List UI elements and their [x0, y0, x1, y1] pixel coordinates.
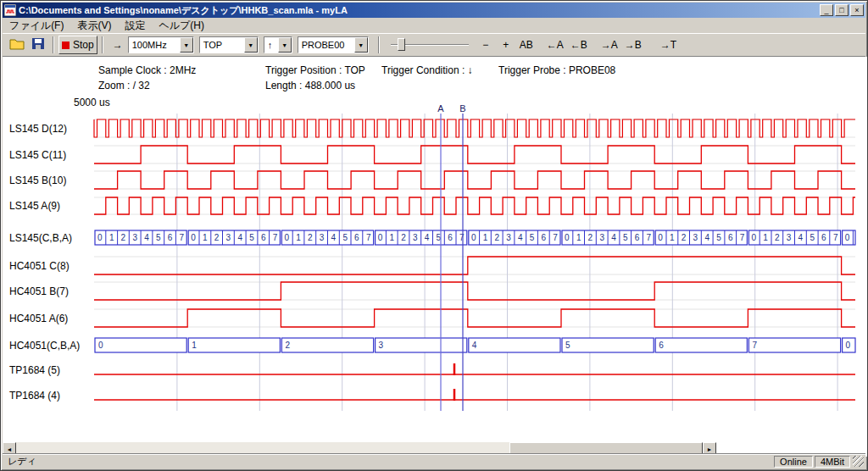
svg-text:1: 1: [576, 233, 581, 242]
svg-text:1: 1: [203, 233, 208, 242]
goto-marker-a-button[interactable]: ←A: [543, 36, 567, 54]
svg-text:0: 0: [285, 233, 290, 242]
window-title: C:\Documents and Settings\noname\デスクトップ\…: [19, 4, 820, 17]
svg-text:4: 4: [704, 233, 709, 242]
toolbar-separator: [102, 36, 103, 53]
zoom-slider-thumb[interactable]: [398, 38, 405, 51]
goto-marker-b-button[interactable]: ←B: [567, 36, 591, 54]
svg-text:2: 2: [285, 341, 290, 350]
svg-text:4: 4: [798, 233, 804, 242]
svg-text:2: 2: [588, 233, 593, 242]
svg-text:0: 0: [97, 233, 103, 242]
svg-text:6: 6: [354, 233, 359, 242]
svg-text:5: 5: [716, 233, 721, 242]
toolbar: Stop → 100MHz ▼ TOP ▼ ↑ ▼ PROBE00 ▼ − + …: [3, 33, 865, 57]
status-online-badge: Online: [774, 456, 813, 468]
svg-text:3: 3: [413, 233, 418, 242]
svg-text:B: B: [459, 103, 465, 114]
svg-text:6: 6: [821, 233, 826, 242]
menu-settings[interactable]: 設定: [118, 18, 152, 34]
svg-text:3: 3: [226, 233, 231, 242]
forward-marker-b-button[interactable]: →B: [621, 36, 645, 54]
zoom-out-button[interactable]: −: [476, 36, 496, 54]
zoom-in-button[interactable]: +: [496, 36, 516, 54]
length-info: Length : 488.000 us: [265, 80, 355, 91]
close-button[interactable]: ×: [850, 4, 864, 16]
svg-text:7: 7: [366, 233, 371, 242]
svg-text:1: 1: [390, 233, 395, 242]
minimize-button[interactable]: _: [820, 4, 833, 16]
menu-help[interactable]: ヘルプ(H): [152, 18, 211, 34]
trigger-position-info: Trigger Position : TOP: [265, 64, 365, 76]
svg-text:1: 1: [296, 233, 301, 242]
svg-text:4: 4: [518, 233, 523, 242]
chevron-down-icon[interactable]: ▼: [354, 37, 368, 53]
svg-text:0: 0: [471, 233, 476, 242]
svg-text:0: 0: [565, 233, 570, 242]
svg-text:7: 7: [752, 341, 757, 350]
svg-text:5: 5: [565, 341, 570, 350]
stop-button[interactable]: Stop: [58, 36, 97, 54]
status-memory-badge: 4MBit: [815, 456, 850, 468]
sample-clock-select[interactable]: 100MHz ▼: [128, 36, 194, 53]
trigger-condition-info: Trigger Condition : ↓: [381, 64, 473, 76]
chevron-down-icon[interactable]: ▼: [278, 37, 292, 53]
trigger-position-select[interactable]: TOP ▼: [199, 36, 259, 53]
app-window: C:\Documents and Settings\noname\デスクトップ\…: [0, 0, 868, 471]
svg-text:2: 2: [308, 233, 313, 242]
sample-clock-info: Sample Clock : 2MHz: [98, 64, 196, 76]
ab-button[interactable]: AB: [516, 36, 537, 54]
forward-marker-a-button[interactable]: →A: [598, 36, 621, 54]
window-controls: _ □ ×: [820, 4, 864, 16]
svg-text:0: 0: [846, 341, 851, 350]
goto-trigger-button[interactable]: →T: [657, 36, 680, 54]
main-content: Sample Clock : 2MHz Trigger Position : T…: [3, 57, 867, 457]
svg-text:7: 7: [740, 233, 745, 242]
svg-text:7: 7: [647, 233, 652, 242]
svg-text:0: 0: [658, 233, 663, 242]
menu-file[interactable]: ファイル(F): [3, 18, 70, 34]
zoom-slider[interactable]: [389, 37, 470, 53]
svg-text:0: 0: [845, 233, 850, 242]
stop-icon: [62, 42, 70, 49]
svg-text:7: 7: [833, 233, 838, 242]
chevron-down-icon[interactable]: ▼: [180, 37, 193, 53]
svg-text:5: 5: [530, 233, 535, 242]
svg-text:4: 4: [425, 233, 430, 242]
svg-text:4: 4: [237, 233, 242, 242]
trigger-probe-value: PROBE00: [298, 37, 354, 53]
run-button[interactable]: →: [108, 36, 128, 54]
svg-text:6: 6: [659, 341, 664, 350]
trigger-position-value: TOP: [200, 37, 244, 53]
open-folder-icon: [9, 38, 25, 53]
svg-text:0: 0: [378, 233, 383, 242]
resize-grip[interactable]: [853, 456, 864, 467]
svg-text:5: 5: [342, 233, 348, 242]
svg-text:5: 5: [623, 233, 628, 242]
svg-text:5: 5: [249, 233, 254, 242]
svg-text:A: A: [437, 103, 444, 114]
chevron-down-icon[interactable]: ▼: [244, 37, 258, 53]
zoom-info: Zoom : / 32: [98, 80, 150, 91]
trigger-edge-value: ↑: [264, 37, 278, 53]
open-button[interactable]: [6, 36, 28, 54]
menu-view[interactable]: 表示(V): [70, 18, 118, 34]
svg-text:4: 4: [144, 233, 149, 242]
maximize-button[interactable]: □: [835, 4, 849, 16]
trigger-edge-select[interactable]: ↑ ▼: [264, 36, 292, 53]
svg-text:2: 2: [775, 233, 780, 242]
menu-bar: ファイル(F) 表示(V) 設定 ヘルプ(H): [3, 18, 865, 33]
svg-text:7: 7: [459, 233, 465, 242]
stop-label: Stop: [73, 39, 94, 51]
svg-text:7: 7: [553, 233, 558, 242]
trigger-probe-select[interactable]: PROBE00 ▼: [298, 36, 369, 53]
svg-text:1: 1: [192, 341, 197, 350]
svg-text:1: 1: [109, 233, 114, 242]
svg-text:3: 3: [506, 233, 511, 242]
save-button[interactable]: [28, 36, 48, 54]
svg-text:3: 3: [379, 341, 384, 350]
svg-text:2: 2: [121, 233, 126, 242]
svg-text:4: 4: [331, 233, 337, 242]
svg-text:3: 3: [787, 233, 792, 242]
title-bar[interactable]: C:\Documents and Settings\noname\デスクトップ\…: [3, 3, 865, 18]
